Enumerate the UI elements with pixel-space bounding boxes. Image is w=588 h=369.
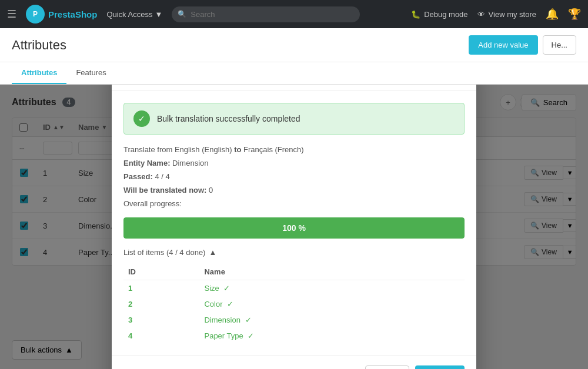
list-item: 1 Size ✓ [123,280,465,296]
checkmark-icon-1: ✓ [223,284,230,293]
translate-from-row: Translate from English (English) to Fran… [123,145,465,154]
view-store-label: View my store [489,10,536,19]
notifications-bell-icon[interactable]: 🔔 [546,8,559,21]
list-item-1-name: Size ✓ [199,280,465,296]
trophy-icon[interactable]: 🏆 [568,8,581,21]
list-item: 4 Paper Type ✓ [123,328,465,344]
global-search-input[interactable] [172,6,360,22]
checkmark-icon-3: ✓ [245,316,252,324]
overall-progress-label: Overall progress: [123,199,465,208]
tab-attributes[interactable]: Attributes [12,62,66,84]
entity-name-row: Entity Name: Dimension [123,159,465,167]
list-item-3-name: Dimension ✓ [199,312,465,328]
navbar: ☰ P PrestaShop Quick Access ▼ 🔍 🐛 Debug … [0,0,588,28]
success-check-icon: ✓ [133,110,150,127]
list-item-4-name: Paper Type ✓ [199,328,465,344]
chevron-up-icon: ▲ [209,248,216,257]
quick-access-chevron: ▼ [155,10,162,19]
logo: P PrestaShop [26,5,97,24]
success-alert: ✓ Bulk translation successfully complete… [123,103,465,135]
entity-name-value: Dimension [172,159,208,167]
logo-shop: Shop [75,9,98,19]
list-item: 3 Dimension ✓ [123,312,465,328]
checkmark-icon-2: ✓ [227,300,233,308]
tabs-bar: Attributes Features [0,62,588,85]
passed-label: Passed: [123,172,153,181]
success-message: Bulk translation successfully completed [157,114,300,123]
translate-to-label: to [234,145,241,154]
tab-features[interactable]: Features [66,62,115,84]
list-item-4-id: 4 [123,328,199,344]
overall-progress-text: Overall progress: [123,199,182,208]
eye-icon: 👁 [477,10,485,19]
modal-overlay: Bulk Translation ✓ Bulk translation succ… [0,85,588,369]
list-item-1-id: 1 [123,280,199,296]
translate-from-label: Translate from [123,145,172,154]
debug-mode-button[interactable]: 🐛 Debug mode [411,10,467,19]
page-title: Attributes [12,38,66,53]
translate-from-value: English (English) [175,145,232,154]
will-be-translated-row: Will be translated now: 0 [123,186,465,194]
list-item-2-id: 2 [123,296,199,312]
list-items-header[interactable]: List of items (4 / 4 done) ▲ [123,248,465,257]
quick-access-label: Quick Access [106,10,152,19]
list-item-2-name: Color ✓ [199,296,465,312]
add-new-value-button[interactable]: Add new value [469,35,537,55]
will-be-translated-value: 0 [209,186,213,194]
will-be-translated-label: Will be translated now: [123,186,206,194]
page-header-buttons: Add new value He... [469,35,576,55]
progress-percent: 100 % [282,223,306,233]
list-items-table: ID Name 1 Size ✓ [123,264,465,344]
content-area: Attributes 4 + ⇧ ↻ › ID ▲▼ [0,85,588,369]
passed-value: 4 / 4 [155,172,170,181]
logo-text: PrestaShop [48,9,97,19]
bug-icon: 🐛 [411,10,420,19]
progress-bar-fill: 100 % [123,217,465,239]
navbar-right: 🐛 Debug mode 👁 View my store 🔔 🏆 [411,8,581,21]
list-col-id: ID [123,264,199,280]
logo-presta: Presta [48,9,75,19]
quick-access-menu[interactable]: Quick Access ▼ [106,10,162,19]
progress-bar-wrapper: 100 % [123,217,465,239]
list-table-header-row: ID Name [123,264,465,280]
logo-image: P [26,5,45,24]
list-item-3-id: 3 [123,312,199,328]
view-store-button[interactable]: 👁 View my store [477,10,536,19]
modal-footer: Close PAUSE [112,355,476,370]
search-icon: 🔍 [178,10,186,18]
help-button[interactable]: He... [543,35,576,55]
debug-mode-label: Debug mode [424,10,467,19]
list-item: 2 Color ✓ [123,296,465,312]
global-search: 🔍 [172,6,360,22]
passed-row: Passed: 4 / 4 [123,172,465,181]
page-wrapper: Attributes Add new value He... Attribute… [0,28,588,369]
checkmark-icon-4: ✓ [248,331,254,340]
entity-name-label: Entity Name: [123,159,170,167]
list-items-header-text: List of items (4 / 4 done) [123,248,205,257]
translate-to-value: Français (French) [243,145,304,154]
hamburger-icon[interactable]: ☰ [7,8,16,21]
bulk-translation-modal: Bulk Translation ✓ Bulk translation succ… [112,85,476,369]
pause-button[interactable]: PAUSE [415,365,465,370]
modal-header: Bulk Translation [112,85,476,91]
modal-body: ✓ Bulk translation successfully complete… [112,91,476,355]
list-col-name: Name [199,264,465,280]
page-header: Attributes Add new value He... [0,28,588,62]
close-button[interactable]: Close [365,365,409,370]
